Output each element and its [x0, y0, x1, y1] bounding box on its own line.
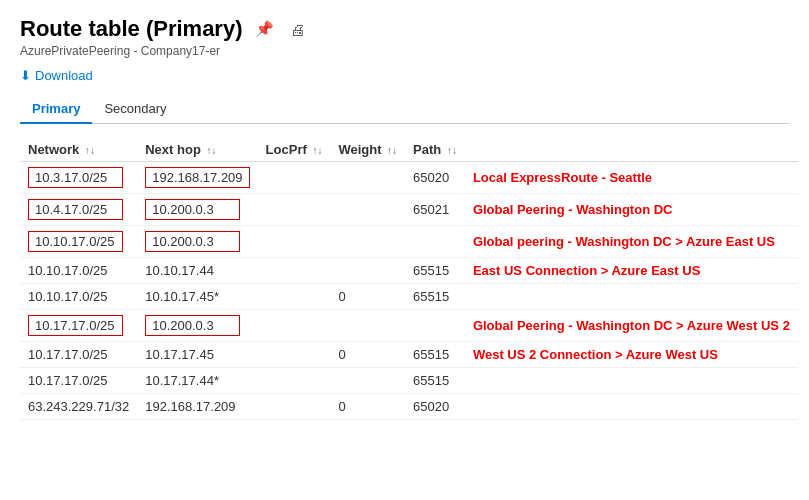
cell-annotation: West US 2 Connection > Azure West US: [465, 342, 798, 368]
cell-annotation: East US Connection > Azure East US: [465, 258, 798, 284]
table-row: 10.4.17.0/25 10.200.0.3 65021 Global Pee…: [20, 194, 798, 226]
table-row: 10.3.17.0/25 192.168.17.209 65020 Local …: [20, 162, 798, 194]
cell-nexthop: 10.10.17.45*: [137, 284, 257, 310]
cell-locprf: [258, 194, 331, 226]
cell-network: 10.3.17.0/25: [20, 162, 137, 194]
cell-network: 63.243.229.71/32: [20, 394, 137, 420]
cell-annotation: Global peering - Washington DC > Azure E…: [465, 226, 798, 258]
sort-nexthop-icon[interactable]: ↑↓: [206, 145, 216, 156]
cell-nexthop: 10.200.0.3: [137, 310, 257, 342]
cell-locprf: [258, 394, 331, 420]
cell-locprf: [258, 162, 331, 194]
cell-path: 65515: [405, 258, 465, 284]
cell-locprf: [258, 258, 331, 284]
tab-secondary[interactable]: Secondary: [92, 95, 178, 124]
col-header-network: Network ↑↓: [20, 138, 137, 162]
sort-path-icon[interactable]: ↑↓: [447, 145, 457, 156]
table-row: 63.243.229.71/32 192.168.17.209 0 65020: [20, 394, 798, 420]
cell-network: 10.17.17.0/25: [20, 368, 137, 394]
sort-network-icon[interactable]: ↑↓: [85, 145, 95, 156]
col-header-nexthop: Next hop ↑↓: [137, 138, 257, 162]
cell-weight: [330, 194, 405, 226]
cell-weight: [330, 226, 405, 258]
download-label: Download: [35, 68, 93, 83]
cell-nexthop: 192.168.17.209: [137, 162, 257, 194]
cell-annotation: [465, 394, 798, 420]
cell-nexthop: 192.168.17.209: [137, 394, 257, 420]
table-row: 10.10.17.0/25 10.10.17.45* 0 65515: [20, 284, 798, 310]
cell-locprf: [258, 284, 331, 310]
cell-annotation: Global Peering - Washington DC: [465, 194, 798, 226]
cell-network: 10.17.17.0/25: [20, 342, 137, 368]
cell-nexthop: 10.17.17.45: [137, 342, 257, 368]
download-link[interactable]: ⬇ Download: [20, 68, 93, 83]
table-row: 10.17.17.0/25 10.200.0.3 Global Peering …: [20, 310, 798, 342]
cell-path: 65021: [405, 194, 465, 226]
table-row: 10.17.17.0/25 10.17.17.45 0 65515 West U…: [20, 342, 798, 368]
cell-path: 65515: [405, 342, 465, 368]
cell-weight: 0: [330, 342, 405, 368]
cell-locprf: [258, 226, 331, 258]
cell-locprf: [258, 342, 331, 368]
cell-nexthop: 10.17.17.44*: [137, 368, 257, 394]
cell-annotation: Local ExpressRoute - Seattle: [465, 162, 798, 194]
cell-weight: [330, 368, 405, 394]
col-header-weight: Weight ↑↓: [330, 138, 405, 162]
cell-weight: 0: [330, 394, 405, 420]
cell-annotation: Global Peering - Washington DC > Azure W…: [465, 310, 798, 342]
cell-annotation: [465, 284, 798, 310]
cell-path: 65020: [405, 394, 465, 420]
cell-network: 10.10.17.0/25: [20, 258, 137, 284]
tab-bar: Primary Secondary: [20, 95, 789, 124]
cell-locprf: [258, 310, 331, 342]
cell-nexthop: 10.200.0.3: [137, 226, 257, 258]
cell-path: 65515: [405, 284, 465, 310]
cell-path: [405, 310, 465, 342]
col-header-annotation: [465, 138, 798, 162]
sort-locprf-icon[interactable]: ↑↓: [312, 145, 322, 156]
download-icon: ⬇: [20, 68, 31, 83]
sort-weight-icon[interactable]: ↑↓: [387, 145, 397, 156]
print-button[interactable]: 🖨: [286, 19, 309, 40]
page-header: Route table (Primary) 📌 🖨: [20, 16, 789, 42]
cell-locprf: [258, 368, 331, 394]
cell-network: 10.10.17.0/25: [20, 284, 137, 310]
cell-path: 65515: [405, 368, 465, 394]
cell-weight: [330, 162, 405, 194]
tab-primary[interactable]: Primary: [20, 95, 92, 124]
cell-network: 10.17.17.0/25: [20, 310, 137, 342]
cell-nexthop: 10.200.0.3: [137, 194, 257, 226]
table-row: 10.10.17.0/25 10.10.17.44 65515 East US …: [20, 258, 798, 284]
subtitle: AzurePrivatePeering - Company17-er: [20, 44, 789, 58]
table-row: 10.10.17.0/25 10.200.0.3 Global peering …: [20, 226, 798, 258]
cell-path: 65020: [405, 162, 465, 194]
cell-weight: 0: [330, 284, 405, 310]
col-header-locprf: LocPrf ↑↓: [258, 138, 331, 162]
page-title: Route table (Primary): [20, 16, 243, 42]
cell-weight: [330, 310, 405, 342]
cell-path: [405, 226, 465, 258]
col-header-path: Path ↑↓: [405, 138, 465, 162]
cell-annotation: [465, 368, 798, 394]
cell-nexthop: 10.10.17.44: [137, 258, 257, 284]
cell-network: 10.10.17.0/25: [20, 226, 137, 258]
cell-network: 10.4.17.0/25: [20, 194, 137, 226]
table-row: 10.17.17.0/25 10.17.17.44* 65515: [20, 368, 798, 394]
route-table: Network ↑↓ Next hop ↑↓ LocPrf ↑↓ Weight …: [20, 138, 798, 420]
cell-weight: [330, 258, 405, 284]
pin-button[interactable]: 📌: [251, 18, 278, 40]
